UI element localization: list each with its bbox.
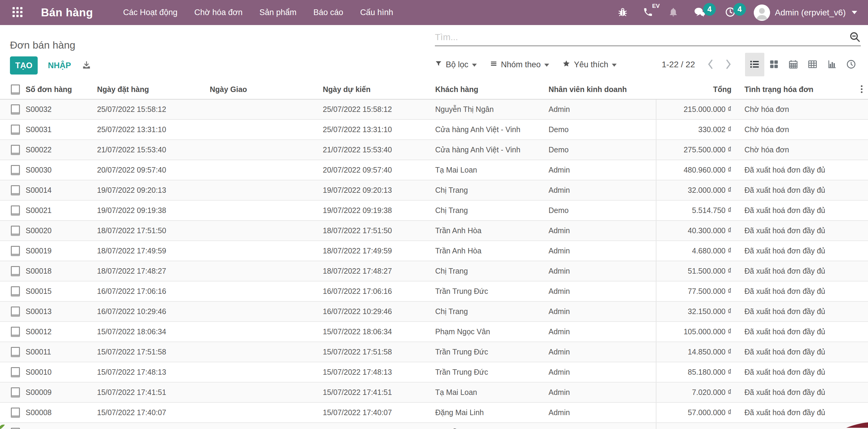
create-button[interactable]: TẠO <box>10 56 38 75</box>
cell-salesperson: Admin <box>549 302 656 322</box>
column-order-number[interactable]: Số đơn hàng <box>26 80 97 99</box>
filters-dropdown[interactable]: Bộ lọc <box>435 60 477 69</box>
cell-invoice-status: Đã xuất hoá đơn đầy đủ <box>736 241 868 261</box>
search-button[interactable] <box>849 31 861 44</box>
row-checkbox[interactable] <box>11 388 20 398</box>
cell-order-date: 25/07/2022 13:31:10 <box>97 119 210 140</box>
row-checkbox[interactable] <box>11 286 20 296</box>
cell-expected-date: 16/07/2022 17:06:16 <box>323 281 435 302</box>
export-button[interactable] <box>82 60 92 71</box>
view-list-button[interactable] <box>745 53 764 76</box>
cell-order-date: 19/07/2022 09:20:13 <box>97 180 210 200</box>
table-row[interactable]: S00030 20/07/2022 09:57:40 20/07/2022 09… <box>0 160 868 180</box>
table-row[interactable]: S00011 15/07/2022 17:51:58 15/07/2022 17… <box>0 342 868 362</box>
row-checkbox[interactable] <box>11 185 20 196</box>
row-checkbox[interactable] <box>11 145 20 155</box>
row-checkbox[interactable] <box>11 367 20 377</box>
view-activity-button[interactable] <box>841 53 861 76</box>
column-customer[interactable]: Khách hàng <box>435 80 549 99</box>
debug-button[interactable] <box>618 7 628 19</box>
groupby-dropdown[interactable]: Nhóm theo <box>490 60 549 69</box>
search-input[interactable] <box>435 32 849 42</box>
messages-badge: 4 <box>703 3 716 16</box>
cell-total: 5.514.750 ₫ <box>656 200 736 221</box>
activities-button[interactable]: 4 <box>725 7 736 19</box>
user-menu[interactable]: Admin (erpviet_v6) <box>754 4 857 21</box>
group-bars-icon <box>490 60 497 69</box>
table-row[interactable]: S00009 15/07/2022 17:41:51 15/07/2022 17… <box>0 382 868 402</box>
optional-columns-button[interactable] <box>860 84 864 94</box>
view-graph-button[interactable] <box>822 53 841 76</box>
view-graph-icon <box>827 59 837 70</box>
table-row[interactable]: S00012 15/07/2022 18:06:34 15/07/2022 18… <box>0 322 868 342</box>
row-checkbox[interactable] <box>11 246 20 256</box>
menu-activities[interactable]: Các Hoạt động <box>123 8 178 17</box>
menu-to-invoice[interactable]: Chờ hóa đơn <box>194 8 243 17</box>
row-checkbox[interactable] <box>11 105 20 115</box>
table-row[interactable]: S00014 19/07/2022 09:20:13 19/07/2022 09… <box>0 180 868 200</box>
notifications-button[interactable] <box>668 7 678 19</box>
cell-select <box>0 200 26 221</box>
column-delivery-date[interactable]: Ngày Giao <box>210 80 323 99</box>
row-checkbox[interactable] <box>11 226 20 236</box>
table-row[interactable]: S00007 15/07/2022 15:21:07 15/07/2022 15… <box>0 423 868 429</box>
column-invoice-status[interactable]: Tình trạng hóa đơn <box>736 80 868 99</box>
cell-order-number: S00032 <box>26 99 97 119</box>
download-icon <box>82 60 92 71</box>
cell-delivery-date <box>210 241 323 261</box>
table-row[interactable]: S00008 15/07/2022 17:40:07 15/07/2022 17… <box>0 402 868 423</box>
row-checkbox[interactable] <box>11 347 20 357</box>
row-checkbox[interactable] <box>11 124 20 135</box>
cell-order-date: 18/07/2022 17:48:27 <box>97 261 210 281</box>
cell-select <box>0 261 26 281</box>
column-expected-date[interactable]: Ngày dự kiến <box>323 80 435 99</box>
select-all-header[interactable] <box>0 80 26 99</box>
table-row[interactable]: S00013 16/07/2022 10:29:46 16/07/2022 10… <box>0 302 868 322</box>
cell-order-date: 15/07/2022 17:51:58 <box>97 342 210 362</box>
view-calendar-button[interactable] <box>784 53 803 76</box>
apps-menu-button[interactable] <box>9 4 26 21</box>
pager-previous-button[interactable] <box>703 58 718 71</box>
cell-delivery-date <box>210 423 323 429</box>
column-total[interactable]: Tổng <box>656 80 736 99</box>
user-name: Admin (erpviet_v6) <box>775 8 846 18</box>
view-kanban-button[interactable] <box>764 53 784 76</box>
voip-button[interactable]: EV <box>643 7 653 19</box>
row-checkbox[interactable] <box>11 327 20 337</box>
menu-reports[interactable]: Báo cáo <box>313 8 343 17</box>
cell-total: 40.300.000 ₫ <box>656 221 736 241</box>
view-pivot-button[interactable] <box>803 53 822 76</box>
import-button[interactable]: NHẬP <box>48 61 71 70</box>
table-row[interactable]: S00032 25/07/2022 15:58:12 25/07/2022 15… <box>0 99 868 119</box>
pager-next-button[interactable] <box>721 58 736 71</box>
select-all-checkbox[interactable] <box>11 84 20 95</box>
row-checkbox[interactable] <box>11 266 20 276</box>
menu-configuration[interactable]: Cấu hình <box>360 8 393 17</box>
row-checkbox[interactable] <box>11 428 20 429</box>
cell-expected-date: 19/07/2022 09:20:13 <box>323 180 435 200</box>
table-row[interactable]: S00020 18/07/2022 17:51:50 18/07/2022 17… <box>0 221 868 241</box>
table-row[interactable]: S00015 16/07/2022 17:06:16 16/07/2022 17… <box>0 281 868 302</box>
cell-delivery-date <box>210 281 323 302</box>
table-row[interactable]: S00018 18/07/2022 17:48:27 18/07/2022 17… <box>0 261 868 281</box>
orders-table: Số đơn hàng Ngày đặt hàng Ngày Giao Ngày… <box>0 80 868 429</box>
chevron-left-icon <box>706 58 715 71</box>
row-checkbox[interactable] <box>11 205 20 216</box>
table-row[interactable]: S00021 19/07/2022 09:19:38 19/07/2022 09… <box>0 200 868 221</box>
menu-products[interactable]: Sản phẩm <box>259 8 297 17</box>
column-order-date[interactable]: Ngày đặt hàng <box>97 80 210 99</box>
cell-order-number: S00008 <box>26 402 97 423</box>
table-row[interactable]: S00022 21/07/2022 15:53:40 21/07/2022 15… <box>0 140 868 160</box>
cell-invoice-status: Đã xuất hoá đơn đầy đủ <box>736 382 868 402</box>
activities-badge: 4 <box>733 3 746 16</box>
column-salesperson[interactable]: Nhân viên kinh doanh <box>549 80 656 99</box>
row-checkbox[interactable] <box>11 165 20 175</box>
favorites-dropdown[interactable]: Yêu thích <box>562 60 617 70</box>
row-checkbox[interactable] <box>11 307 20 317</box>
row-checkbox[interactable] <box>11 407 20 418</box>
table-row[interactable]: S00031 25/07/2022 13:31:10 25/07/2022 13… <box>0 119 868 140</box>
messages-button[interactable]: 4 <box>693 7 706 19</box>
cell-order-number: S00011 <box>26 342 97 362</box>
table-row[interactable]: S00010 15/07/2022 17:48:13 15/07/2022 17… <box>0 362 868 382</box>
table-row[interactable]: S00019 18/07/2022 17:49:59 18/07/2022 17… <box>0 241 868 261</box>
